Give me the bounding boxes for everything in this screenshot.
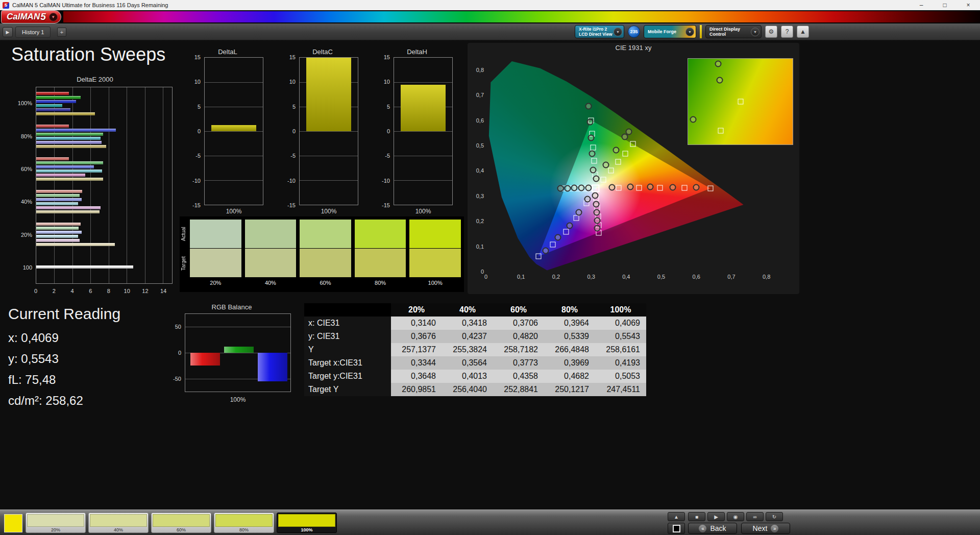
- swatch-column: 60%: [300, 220, 351, 292]
- chevron-down-icon[interactable]: ▼: [614, 28, 622, 36]
- x-axis-tick-label: 0: [484, 274, 487, 280]
- y-axis-tick-label: 0,2: [471, 218, 484, 224]
- saturation-level-button[interactable]: 20%: [26, 513, 86, 533]
- swatch-label: 20%: [190, 277, 241, 291]
- y-axis-labels: 500-50: [167, 313, 184, 392]
- saturation-level-button[interactable]: 80%: [214, 513, 274, 533]
- y-axis-tick-label: 0,8: [471, 67, 484, 73]
- y-axis-labels: 151050-5-10-15: [378, 57, 393, 205]
- deltah-plot: [394, 57, 453, 205]
- swatch-label: 40%: [90, 527, 147, 533]
- navigation-buttons: « Back Next »: [688, 523, 790, 534]
- back-button[interactable]: « Back: [688, 523, 737, 534]
- chevron-down-icon[interactable]: ▼: [685, 28, 694, 36]
- table-value-cell: 256,4040: [442, 383, 493, 396]
- rainbow-gradient-strip: [63, 11, 980, 22]
- add-tab-button[interactable]: +: [57, 28, 66, 37]
- source-dropdown-label: Mobile Forge: [648, 29, 676, 34]
- bar: [36, 165, 94, 168]
- table-value-cell: 0,5339: [544, 330, 595, 343]
- transport-controls: ▲ ■ ▶ ◉ ∞ ↻ « Back Next »: [668, 512, 790, 534]
- page-title: Saturation Sweeps: [11, 44, 165, 65]
- actual-swatch: [300, 220, 351, 248]
- saturation-level-button[interactable]: 40%: [88, 513, 149, 533]
- target-point: [608, 167, 614, 173]
- target-point: [636, 185, 642, 190]
- table-header-cell: 60%: [493, 303, 544, 317]
- measured-point: [647, 184, 653, 190]
- table-value-cell: 0,4682: [544, 370, 595, 383]
- deltae2000-plot: [36, 87, 173, 284]
- y-axis-tick-label: -50: [173, 376, 181, 382]
- inset-measured-point: [716, 77, 723, 84]
- nav-expand-button[interactable]: ▶: [3, 27, 13, 37]
- bar: [36, 125, 69, 128]
- minimize-button[interactable]: –: [910, 0, 933, 10]
- white-point-marker: [592, 185, 599, 192]
- table-row-label: x: CIE31: [304, 317, 391, 330]
- stop-button[interactable]: ■: [688, 512, 705, 521]
- meter-line1: X-Rite i1Pro 2: [579, 27, 612, 32]
- chevron-down-icon[interactable]: ▼: [49, 13, 58, 21]
- saturation-level-button[interactable]: 60%: [151, 513, 211, 533]
- collapse-icon[interactable]: ▲: [668, 512, 685, 521]
- table-value-cell: 0,3969: [544, 356, 595, 370]
- table-header-cell: [304, 303, 391, 317]
- display-control-dropdown[interactable]: Direct Display Control ▼: [705, 25, 762, 38]
- cie-1931-panel: CIE 1931 xy 00,10,20,30,40,50,60,70,800,…: [468, 43, 799, 294]
- meter-count-badge: 235: [628, 26, 640, 38]
- blackout-button[interactable]: [668, 523, 685, 534]
- source-dropdown[interactable]: Mobile Forge ▼: [644, 25, 696, 38]
- measured-point: [693, 184, 700, 190]
- y-axis-tick-label: -5: [195, 153, 201, 159]
- x-axis-tick-label: 0,1: [517, 274, 525, 280]
- actual-swatch: [409, 220, 461, 248]
- maximize-button[interactable]: □: [933, 0, 957, 10]
- y-axis-tick-label: 0: [198, 128, 201, 134]
- next-button[interactable]: Next »: [741, 523, 790, 534]
- calman-logo[interactable]: CalMAN5 ▼: [1, 10, 61, 23]
- swatch-label: 100%: [278, 527, 335, 533]
- table-value-cell: 0,4069: [595, 317, 646, 330]
- y-axis-tick-label: -10: [192, 178, 201, 184]
- y-axis-tick-label: 5: [198, 104, 201, 110]
- record-button[interactable]: ◉: [727, 512, 744, 521]
- table-row-label: Target x:CIE31: [304, 356, 391, 370]
- bar: [211, 125, 257, 131]
- swatch-column: 40%: [245, 220, 297, 292]
- bar: [36, 145, 106, 148]
- gear-icon[interactable]: ⚙: [765, 26, 777, 38]
- help-icon[interactable]: ?: [781, 26, 793, 38]
- close-button[interactable]: ×: [957, 0, 980, 10]
- y-axis-tick-label: 0: [471, 269, 484, 275]
- x-axis-tick-label: 2: [53, 288, 56, 294]
- gridline: [300, 131, 358, 132]
- target-point: [591, 144, 596, 150]
- gridline: [205, 180, 263, 181]
- y-axis-tick-label: 15: [194, 54, 201, 60]
- play-button[interactable]: ▶: [707, 512, 725, 521]
- bar: [36, 210, 100, 213]
- refresh-button[interactable]: ↻: [766, 512, 783, 521]
- target-point: [574, 215, 579, 221]
- measured-point: [594, 225, 601, 232]
- table-value-cell: 0,3564: [442, 356, 493, 370]
- table-value-cell: 0,5053: [595, 370, 646, 383]
- table-value-cell: 0,4820: [493, 330, 544, 343]
- swatch-color: [278, 514, 335, 527]
- gridline: [394, 82, 452, 83]
- chevron-down-icon[interactable]: ▼: [751, 28, 760, 36]
- y-axis-tick-label: 15: [384, 54, 390, 60]
- window-titlebar: 5 CalMAN 5 CalMAN Ultimate for Business …: [0, 0, 980, 10]
- target-swatch: [355, 249, 406, 277]
- meter-dropdown[interactable]: X-Rite i1Pro 2 LCD Direct View ▼: [575, 25, 624, 38]
- collapse-icon[interactable]: ▲: [797, 26, 809, 38]
- window-controls: – □ ×: [910, 0, 980, 10]
- tab-history-1[interactable]: History 1: [15, 27, 51, 38]
- bar: [36, 190, 82, 193]
- table-value-cell: 260,9851: [391, 383, 442, 396]
- loop-button[interactable]: ∞: [746, 512, 764, 521]
- saturation-level-button[interactable]: 100%: [277, 513, 337, 533]
- y-axis-tick-label: 5: [292, 104, 296, 110]
- y-axis-tick-label: 10: [194, 79, 201, 85]
